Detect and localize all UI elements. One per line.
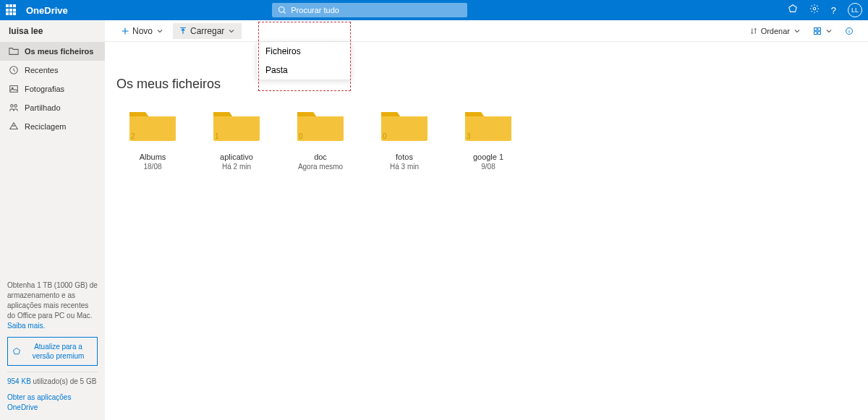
svg-point-6 (11, 105, 14, 108)
svg-rect-4 (10, 86, 18, 93)
page-body: Os meus ficheiros 2 Albums 18/08 1 aplic… (105, 42, 868, 182)
dropdown-item-files[interactable]: Ficheiros (257, 42, 351, 61)
folder-date: 18/08 (127, 163, 179, 171)
sort-icon (749, 27, 758, 35)
folder-date: 9/08 (462, 163, 514, 171)
sidebar-item-label: Fotografias (25, 85, 64, 93)
info-icon (845, 27, 854, 35)
chevron-down-icon (825, 27, 833, 35)
sidebar-item-label: Partilhado (25, 103, 61, 112)
app-header: OneDrive Procurar tudo ? LL (0, 0, 868, 20)
svg-point-0 (279, 7, 285, 13)
chevron-down-icon (156, 27, 164, 35)
search-icon (278, 6, 286, 14)
folder-count: 3 (467, 132, 471, 140)
avatar[interactable]: LL (848, 3, 862, 17)
clock-icon (9, 65, 19, 75)
info-button[interactable] (841, 24, 858, 38)
content-area: Novo Carregar Ordenar (105, 20, 868, 420)
sidebar-item-myfiles[interactable]: Os meus ficheiros (0, 42, 105, 61)
folder-icon (9, 46, 19, 56)
folder-icon: 0 (294, 106, 346, 142)
svg-point-2 (813, 7, 816, 10)
folder-tile[interactable]: 0 doc Agora mesmo (294, 106, 346, 171)
plus-icon (121, 27, 129, 35)
storage-usage: 954 KB utilizado(s) de 5 GB (7, 377, 98, 387)
sidebar-bottom: Obtenha 1 TB (1000 GB) de armazenamento … (0, 273, 105, 420)
search-placeholder: Procurar tudo (291, 6, 339, 14)
sidebar-user: luisa lee (0, 20, 105, 42)
svg-rect-11 (818, 31, 821, 34)
promo-text: Obtenha 1 TB (1000 GB) de armazenamento … (7, 280, 98, 321)
sidebar: luisa lee Os meus ficheiros Recentes Fot… (0, 20, 105, 420)
upload-button[interactable]: Carregar (173, 23, 242, 39)
sidebar-item-label: Recentes (25, 66, 58, 74)
photo-icon (9, 84, 19, 94)
header-right: ? LL (788, 3, 862, 17)
new-button[interactable]: Novo (115, 23, 170, 39)
folder-tile[interactable]: 3 google 1 9/08 (462, 106, 514, 171)
folder-date: Há 2 min (210, 163, 263, 171)
dropdown-item-folder[interactable]: Pasta (257, 61, 351, 80)
upload-dropdown: Ficheiros Pasta (257, 42, 351, 80)
gear-icon[interactable] (809, 4, 820, 17)
folder-name: aplicativo (210, 153, 263, 161)
sidebar-item-label: Reciclagem (25, 122, 66, 131)
folder-name: Albums (127, 153, 179, 161)
search-input[interactable]: Procurar tudo (272, 3, 467, 17)
chevron-down-icon (793, 27, 801, 35)
folder-name: doc (294, 153, 346, 161)
sidebar-item-recycle[interactable]: Reciclagem (0, 117, 105, 136)
svg-rect-10 (814, 31, 817, 34)
usage-link[interactable]: 954 KB (7, 377, 31, 385)
svg-rect-8 (814, 27, 817, 30)
folder-count: 2 (131, 132, 135, 140)
folder-tile[interactable]: 2 Albums 18/08 (127, 106, 179, 171)
grid-view-icon (813, 27, 822, 35)
app-launcher-icon[interactable] (6, 4, 17, 16)
folder-date: Agora mesmo (294, 163, 346, 171)
folder-tile[interactable]: 0 fotos Há 3 min (378, 106, 430, 171)
svg-point-7 (14, 105, 17, 108)
premium-icon[interactable] (788, 4, 798, 17)
folder-tile[interactable]: 1 aplicativo Há 2 min (210, 106, 263, 171)
folder-date: Há 3 min (378, 163, 430, 171)
folder-count: 0 (383, 132, 387, 140)
chevron-down-icon (227, 27, 236, 35)
diamond-icon (12, 347, 21, 356)
svg-rect-9 (818, 27, 821, 30)
folder-icon: 2 (127, 106, 179, 142)
sidebar-item-recent[interactable]: Recentes (0, 61, 105, 80)
upload-icon (179, 27, 187, 35)
sidebar-nav: Os meus ficheiros Recentes Fotografias P… (0, 42, 105, 273)
premium-button[interactable]: Atualize para a versão premium (7, 337, 98, 366)
folder-name: fotos (378, 153, 430, 161)
sidebar-item-label: Os meus ficheiros (25, 47, 93, 56)
share-icon (9, 103, 19, 113)
page-title: Os meus ficheiros (116, 77, 856, 92)
sidebar-item-shared[interactable]: Partilhado (0, 98, 105, 117)
folder-icon: 3 (462, 106, 514, 142)
folder-name: google 1 (462, 153, 514, 161)
folder-count: 1 (215, 132, 219, 140)
trash-icon (9, 121, 19, 132)
folder-count: 0 (299, 132, 303, 140)
brand-label: OneDrive (26, 5, 68, 16)
sort-button[interactable]: Ordenar (745, 24, 806, 38)
folder-icon: 1 (210, 106, 263, 142)
learn-more-link[interactable]: Saiba mais. (7, 322, 45, 330)
folder-icon: 0 (378, 106, 430, 142)
svg-line-1 (284, 12, 286, 13)
sidebar-item-photos[interactable]: Fotografias (0, 80, 105, 98)
get-apps-link[interactable]: Obter as aplicações OneDrive (7, 393, 71, 411)
command-bar: Novo Carregar Ordenar (105, 20, 868, 42)
folder-grid: 2 Albums 18/08 1 aplicativo Há 2 min 0 d… (116, 106, 856, 171)
view-button[interactable] (809, 24, 838, 38)
help-icon[interactable]: ? (831, 5, 836, 16)
